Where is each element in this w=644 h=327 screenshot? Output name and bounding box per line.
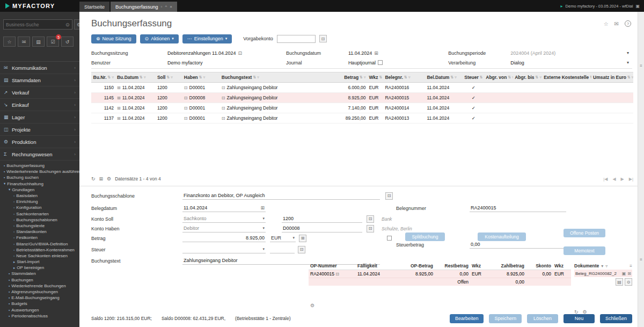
filter-icon[interactable]: ▿ xyxy=(257,75,259,79)
steuerbetrag-input[interactable]: 0,00 xyxy=(470,241,566,249)
tree-item[interactable]: ▫Bilanz/GuV/BWA-Definition xyxy=(0,241,79,246)
calendar-icon[interactable]: ⊞ xyxy=(117,96,121,100)
aktionen-button[interactable]: ⊙ Aktionen ▾ xyxy=(140,34,179,43)
tree-item[interactable]: ▸OP bereinigen xyxy=(0,265,79,271)
calendar-icon[interactable]: ⊞ xyxy=(374,50,378,56)
filter-icon[interactable]: ▿ xyxy=(144,75,146,79)
tree-item[interactable]: ▫Betriebsstätten-Kontenrahmen xyxy=(0,247,79,253)
table-row[interactable]: 1142⊞11.04.20241200⊡D00001⊡Zahlungseinga… xyxy=(91,103,633,113)
column-header-av[interactable]: Abgr. von⇅▿ xyxy=(484,72,513,82)
betrag-input[interactable]: 8.925,00 xyxy=(182,234,266,242)
sidebar-item-lager[interactable]: ▦Lager› xyxy=(0,111,79,123)
filter-icon[interactable]: ▿ xyxy=(605,264,608,268)
konto-soll-input[interactable]: 1200 xyxy=(282,215,362,223)
notes-icon[interactable]: ▤ xyxy=(32,37,45,47)
tree-item[interactable]: ▫Buchungsschablonen xyxy=(0,217,79,223)
preview-document-icon[interactable]: ⊙ xyxy=(625,278,632,286)
sort-icon[interactable]: ⇅ xyxy=(108,75,111,79)
column-header-soll[interactable]: Soll⇅▿ xyxy=(156,72,182,82)
lookup-icon[interactable]: ⊡ xyxy=(298,246,305,253)
tree-item[interactable]: ▫Festkonten xyxy=(0,235,79,241)
column-header-datum[interactable]: Bu.Datum⇅▿ xyxy=(115,72,156,82)
tree-item[interactable]: ▪Abgrenzungsbuchungen xyxy=(0,289,79,295)
lookup-icon[interactable]: ⊡ xyxy=(184,106,188,111)
column-header-ue[interactable]: Umsatz in Euro⇅▿ xyxy=(591,72,633,82)
column-header-betrag[interactable]: Betrag⇅▿ xyxy=(319,72,368,82)
column-header-text[interactable]: Buchungstext⇅▿ xyxy=(220,72,319,82)
splitbuchung-button[interactable]: Splitbuchung xyxy=(405,232,445,241)
sidebar-item-stammdaten[interactable]: ▤Stammdaten› xyxy=(0,74,79,86)
sort-icon[interactable]: ⇅ xyxy=(360,75,363,79)
lookup-icon[interactable]: ⊡ xyxy=(367,225,374,232)
table-row[interactable]: 1145⊞11.04.20241200⊡D00008⊡Zahlungseinga… xyxy=(91,93,633,103)
document-item[interactable]: Beleg_RG2400082_2 ▣ ⊠ xyxy=(574,270,632,277)
tree-item[interactable]: ▫Neue Sachkonten einlesen xyxy=(0,253,79,259)
tree-item[interactable]: ▪Auswertungen xyxy=(0,307,79,313)
lookup-icon[interactable]: ⊡ xyxy=(184,96,188,100)
steuer-input[interactable] xyxy=(270,245,295,253)
journal-value[interactable]: Hauptjournal xyxy=(348,60,376,66)
refresh-icon[interactable]: ↻ xyxy=(91,176,96,181)
currency-select[interactable]: EUR ▾ xyxy=(270,234,296,242)
buchungssitzung-value[interactable]: Debitorenzahlungen 11.04.2024 xyxy=(167,50,236,56)
tree-item[interactable]: ▫Standardkonten xyxy=(0,229,79,235)
sort-icon[interactable]: ⇅ xyxy=(140,75,143,79)
belegnummer-input[interactable]: RA2400015 xyxy=(470,204,566,212)
tab-pin-icon[interactable]: ▫ xyxy=(161,4,163,9)
tree-item[interactable]: ▾Grundlagen xyxy=(0,187,79,193)
tree-item[interactable]: ▪Buchungserfassung xyxy=(0,163,79,169)
mail-icon[interactable]: ✉ xyxy=(614,21,619,27)
remove-document-icon[interactable]: ⊠ xyxy=(627,271,631,276)
tree-item[interactable]: ▫Einrichtung xyxy=(0,199,79,205)
history-icon[interactable]: ↺ xyxy=(61,37,74,47)
lookup-icon[interactable]: ⊡ xyxy=(222,116,225,121)
tree-item[interactable]: ▫Basisdaten xyxy=(0,193,79,199)
einstellungen-button[interactable]: ⋯ Einstellungen ▾ xyxy=(182,34,232,43)
tree-item[interactable]: ▪Periodenabschluss xyxy=(0,313,79,319)
sort-icon[interactable]: ⇅ xyxy=(404,75,407,79)
filter-icon[interactable]: ▿ xyxy=(364,75,366,79)
tree-item[interactable]: ▫Konfiguration xyxy=(0,205,79,210)
chevron-down-icon[interactable]: ▾ xyxy=(601,264,603,268)
open-document-icon[interactable]: ▣ xyxy=(622,271,626,276)
sort-icon[interactable]: ⇅ xyxy=(508,75,511,79)
tree-item[interactable]: ▪Buchungen xyxy=(0,277,79,283)
filter-icon[interactable]: ▿ xyxy=(171,75,173,79)
calendar-icon[interactable]: ⊞ xyxy=(117,106,121,111)
buchungsdatum-value[interactable]: 11.04.2024 xyxy=(348,50,372,56)
tree-item[interactable]: ▪Stammdaten xyxy=(0,271,79,277)
filter-icon[interactable]: ▿ xyxy=(632,75,633,79)
prev-page-icon[interactable]: ◀ xyxy=(612,177,616,181)
column-header-wkz[interactable]: Wkz⇅▿ xyxy=(367,72,383,82)
filter-icon[interactable]: ▿ xyxy=(112,75,114,79)
konto-haben-type-select[interactable]: Debitor ▾ xyxy=(182,224,266,232)
first-page-icon[interactable]: |◀ xyxy=(603,177,608,181)
sidebar-item-verkauf[interactable]: ↗Verkauf› xyxy=(0,86,79,99)
buchungsschablone-input[interactable]: Finanzkonto an Debitor, OP Ausgleich xyxy=(182,192,380,200)
column-header-nr[interactable]: Bu.Nr.⇅▿ xyxy=(91,72,115,82)
lookup-icon[interactable]: ⊡ xyxy=(184,85,188,90)
sort-icon[interactable]: ⇅ xyxy=(450,75,453,79)
filter-icon[interactable]: ▿ xyxy=(539,75,541,79)
offene-posten-button[interactable]: Offene Posten xyxy=(564,229,605,237)
lookup-icon[interactable]: ⊡ xyxy=(222,85,225,90)
tree-item[interactable]: ▫Sachkontenarten xyxy=(0,211,79,217)
column-header-haben[interactable]: Haben⇅▿ xyxy=(182,72,220,82)
journal-checkbox[interactable] xyxy=(378,60,383,65)
filter-icon[interactable]: ▿ xyxy=(455,75,457,79)
lookup-icon[interactable]: ⊡ xyxy=(385,192,393,200)
search-input[interactable] xyxy=(6,22,65,27)
filter-icon[interactable]: ▿ xyxy=(408,75,411,79)
calendar-icon[interactable]: ⊞ xyxy=(117,85,121,90)
document-name[interactable]: Beleg_RG2400082_2 xyxy=(575,271,620,276)
tab-close-icon[interactable]: × xyxy=(170,4,172,9)
export-icon[interactable]: ⊞ xyxy=(99,176,104,181)
sort-icon[interactable]: ⇅ xyxy=(536,75,539,79)
search-icon[interactable]: ⊙ xyxy=(65,22,70,27)
tree-item[interactable]: ▫Buchungstexte xyxy=(0,223,79,229)
tree-item[interactable]: ▪Buchung suchen xyxy=(0,175,79,180)
buchungsperiode-value[interactable]: 2024004 (April 2024) xyxy=(510,50,555,56)
lookup-icon[interactable]: ⊡ xyxy=(238,50,242,56)
calendar-icon[interactable]: ⊞ xyxy=(117,116,121,121)
sidebar-item-projekte[interactable]: ◫Projekte› xyxy=(0,123,79,136)
